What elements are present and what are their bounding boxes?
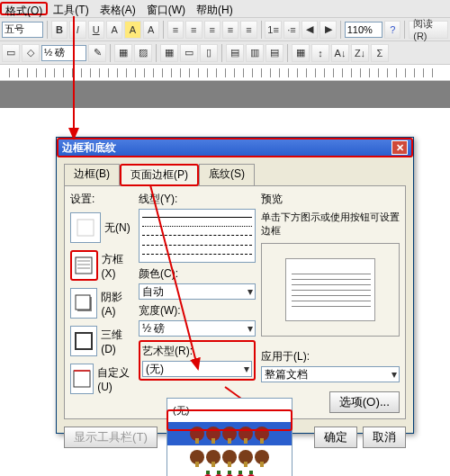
close-icon[interactable]: ✕ [392,140,408,155]
art-dropdown-list[interactable]: (无) [166,398,292,476]
setting-shadow-icon[interactable] [70,288,97,319]
setting-custom-label: 自定义(U) [97,365,133,393]
applyto-label: 应用于(L): [261,349,400,364]
cancel-button[interactable]: 取消 [363,427,406,448]
setting-custom-icon[interactable] [70,364,94,394]
outdent-button[interactable]: ◀ [302,21,318,39]
help-icon[interactable]: ? [384,21,400,39]
style-label: 线型(Y): [139,192,256,207]
svg-rect-8 [74,371,90,387]
list-bullet-button[interactable]: ·≡ [284,21,300,39]
align-right-button[interactable]: ≡ [204,21,220,39]
font-border-button[interactable]: A [106,21,122,39]
svg-rect-1 [76,257,92,274]
art-select[interactable]: (无) [142,361,252,377]
horizontal-ruler [0,65,450,81]
formatting-toolbar: 五号 B I U A A A ≡ ≡ ≡ ≡ ≡ 1≡ ·≡ ◀ ▶ 110% … [0,18,450,41]
ok-button[interactable]: 确定 [314,427,357,448]
italic-button[interactable]: I [69,21,86,39]
options-button[interactable]: 选项(O)... [329,391,400,413]
border-color-button[interactable]: ✎ [88,44,106,62]
split-cells-button[interactable]: ▯ [200,44,218,62]
setting-box-label: 方框(X) [102,252,133,280]
preview-label: 预览 [261,192,400,207]
preview-page-icon [285,258,375,321]
dialog-panel: 设置: 无(N) 方框(X) 阴影(A) [64,185,406,419]
setting-box-icon[interactable] [70,250,98,281]
font-size-select[interactable]: 五号 [2,22,43,38]
insert-table-button[interactable]: ▦ [160,44,178,62]
setting-shadow-label: 阴影(A) [101,290,133,318]
menu-bar: 格式(O) 工具(T) 表格(A) 窗口(W) 帮助(H) [0,0,450,18]
svg-rect-0 [77,220,94,236]
setting-3d-icon[interactable] [70,326,97,356]
list-number-button[interactable]: 1≡ [265,21,281,39]
color-select[interactable]: 自动 [139,283,256,300]
svg-rect-7 [76,333,92,349]
distribute-cols-button[interactable]: ▤ [266,44,284,62]
document-area [0,81,450,108]
read-mode-button[interactable]: 阅读(R) [409,21,448,39]
tab-page-border[interactable]: 页面边框(P) [120,164,199,186]
underline-button[interactable]: U [88,21,104,39]
eraser-button[interactable]: ◇ [22,44,40,62]
zoom-select[interactable]: 110% [345,22,382,38]
autosum-button[interactable]: Σ [371,44,389,62]
preview-box[interactable] [261,243,400,337]
border-menu-button[interactable]: ▦ [114,44,132,62]
menu-window[interactable]: 窗口(W) [141,2,191,15]
shading-color-button[interactable]: ▨ [134,44,152,62]
borders-shading-dialog: 边框和底纹 ✕ 边框(B) 页面边框(P) 底纹(S) 设置: 无(N) 方框(… [56,137,414,434]
sort-asc-button[interactable]: A↓ [331,44,349,62]
color-label: 颜色(C): [139,266,256,282]
distribute-button[interactable]: ≡ [240,21,256,39]
width-label: 宽度(W): [139,303,256,319]
distribute-rows-button[interactable]: ▥ [246,44,264,62]
sort-desc-button[interactable]: Z↓ [351,44,369,62]
menu-help[interactable]: 帮助(H) [191,2,238,15]
tab-shading[interactable]: 底纹(S) [199,164,255,186]
art-option-lanterns[interactable] [167,422,292,445]
line-style-list[interactable] [139,209,256,263]
svg-rect-6 [76,295,90,310]
align-center-button[interactable]: ≡ [185,21,202,39]
draw-table-button[interactable]: ▭ [2,44,20,62]
preview-hint: 单击下方图示或使用按钮可设置边框 [261,211,400,238]
dialog-titlebar: 边框和底纹 ✕ [57,138,413,157]
font-effect-button[interactable]: A [143,21,159,39]
menu-table[interactable]: 表格(A) [94,2,141,15]
art-option-peppers[interactable] [167,469,292,476]
autoformat-button[interactable]: ▦ [292,44,310,62]
art-option-none[interactable]: (无) [167,399,292,422]
align-left-button[interactable]: ≡ [167,21,184,39]
bold-button[interactable]: B [51,21,68,39]
merge-cells-button[interactable]: ▭ [180,44,198,62]
art-option-decor2[interactable] [167,445,292,469]
applyto-select[interactable]: 整篇文档 [261,366,400,382]
setting-none-label: 无(N) [104,220,130,236]
tab-borders[interactable]: 边框(B) [64,164,120,186]
dialog-title: 边框和底纹 [62,140,116,156]
menu-format[interactable]: 格式(O) [0,2,48,15]
show-toolbar-button: 显示工具栏(T) [64,427,158,448]
indent-button[interactable]: ▶ [320,21,336,39]
art-label: 艺术型(R): [142,344,252,359]
tables-borders-toolbar: ▭ ◇ ½ 磅 ✎ ▦ ▨ ▦ ▭ ▯ ▤ ▥ ▤ ▦ ↕ A↓ Z↓ Σ [0,41,450,65]
menu-tools[interactable]: 工具(T) [48,2,94,15]
setting-3d-label: 三维(D) [101,328,133,355]
highlight-button[interactable]: A [124,21,140,39]
text-direction-button[interactable]: ↕ [311,44,329,62]
align-cell-button[interactable]: ▤ [226,44,244,62]
dialog-tabs: 边框(B) 页面边框(P) 底纹(S) [64,163,406,185]
align-justify-button[interactable]: ≡ [222,21,238,39]
width-select[interactable]: ½ 磅 [139,320,256,337]
setting-none-icon[interactable] [70,212,101,243]
setting-label: 设置: [70,192,133,207]
line-weight-select[interactable]: ½ 磅 [41,45,86,61]
